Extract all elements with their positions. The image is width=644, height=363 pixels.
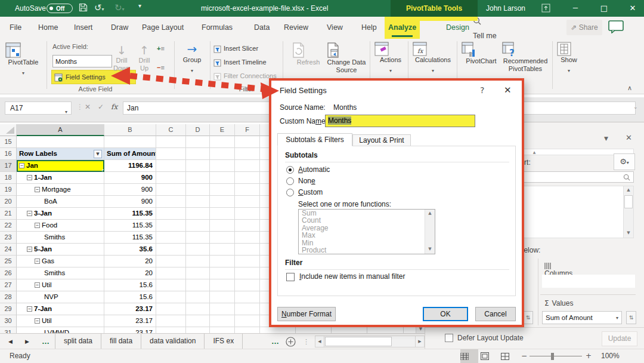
empty-cell[interactable] [210,291,235,303]
empty-cell[interactable] [186,148,210,160]
row-header-25[interactable]: 25 [0,256,17,267]
sheet-tabs[interactable]: split datafill datadata validationIFS ex [55,334,243,349]
pane-close-icon[interactable]: ✕ [626,133,632,142]
share-button[interactable]: ⇗ Share [566,20,602,35]
empty-cell[interactable] [210,184,235,196]
name-box[interactable]: A17▾ [5,101,72,115]
empty-cell[interactable] [156,256,186,267]
column-header-d[interactable]: D [186,124,210,136]
sheet-tab-split-data[interactable]: split data [55,334,101,349]
column-header-f[interactable]: F [235,124,260,136]
group-button[interactable]: → Group▾ [178,42,206,75]
cell-a31[interactable]: LVMWD [17,327,104,333]
cell-b24[interactable]: 35.6 [104,244,156,256]
more-sheets-right-icon[interactable]: … [271,334,279,349]
ribbon-tab-file[interactable]: File [6,17,25,39]
empty-cell[interactable] [186,136,210,148]
empty-cell[interactable] [186,267,210,279]
zoom-in-icon[interactable]: + [586,352,592,360]
collapse-outline-icon[interactable]: − [27,306,32,312]
functions-scrollbar[interactable]: ▲ ▼ [425,210,435,254]
comment-icon[interactable] [608,20,625,35]
fill-handle[interactable] [102,170,104,172]
empty-cell[interactable] [210,267,235,279]
row-header-26[interactable]: 26 [0,267,17,279]
scroll-down-icon[interactable]: ▼ [624,229,633,238]
pivotchart-button[interactable]: PivotChart [462,42,501,65]
row-header-18[interactable]: 18 [0,172,17,184]
cell-b28[interactable]: 15.6 [104,291,156,303]
cell-b17[interactable]: 1196.84 [104,160,156,172]
pivottable-button[interactable]: PivotTable▾ [5,42,42,77]
recommended-pivottables-button[interactable]: ? Recommended PivotTables [502,42,549,73]
autosave-toggle[interactable]: Off [47,4,73,13]
scroll-thumb[interactable] [624,195,633,208]
empty-cell[interactable] [296,327,332,333]
empty-cell[interactable] [235,315,260,327]
empty-cell[interactable] [156,172,186,184]
close-button[interactable]: ✕ [623,0,643,17]
cell-a21[interactable]: −3-Jan [17,208,104,220]
undo-icon[interactable]: ↺▾ [94,2,104,13]
fields-list-scrollbar[interactable]: ▲ ▼ [623,186,633,238]
empty-cell[interactable] [235,208,260,220]
customize-quick-access-icon[interactable]: ▾ [138,2,141,9]
values-field-chip[interactable]: Sum of Amount▾ [542,311,622,324]
row-header-16[interactable]: 16 [0,148,17,160]
empty-cell[interactable] [235,172,260,184]
cell-b20[interactable]: 900 [104,196,156,208]
radio-none[interactable] [286,177,294,185]
ok-button[interactable]: OK [423,307,468,321]
cell-b31[interactable]: 23.17 [104,327,156,333]
scroll-right-icon[interactable]: ▶ [415,336,424,347]
collapse-outline-icon[interactable]: − [19,163,24,168]
row-header-28[interactable]: 28 [0,291,17,303]
cell-a27[interactable]: −Util [17,279,104,291]
empty-cell[interactable] [235,327,260,333]
column-header-b[interactable]: B [104,124,156,136]
empty-cell[interactable] [156,184,186,196]
collapse-outline-icon[interactable]: − [35,187,40,192]
empty-cell[interactable] [156,303,186,315]
cell-a28[interactable]: NVP [17,291,104,303]
empty-cell[interactable] [156,220,186,232]
row-header-21[interactable]: 21 [0,208,17,220]
show-button[interactable]: Show▾ [557,42,581,75]
normal-view-icon[interactable] [460,349,478,363]
ribbon-tab-review[interactable]: Review [280,17,312,39]
cancel-entry-icon[interactable]: ✕ [85,103,91,111]
empty-cell[interactable] [235,303,260,315]
ribbon-tab-insert[interactable]: Insert [70,17,96,39]
empty-cell[interactable] [235,267,260,279]
cell-a15[interactable] [17,136,104,148]
empty-cell[interactable] [235,136,260,148]
change-data-source-button[interactable]: Change Data Source [326,42,367,74]
cell-b27[interactable]: 15.6 [104,279,156,291]
empty-cell[interactable] [210,136,235,148]
empty-cell[interactable] [210,196,235,208]
column-header-c[interactable]: C [156,124,186,136]
include-new-items-checkbox[interactable] [286,273,295,281]
expand-formula-bar-icon[interactable]: ⌄ [633,104,638,110]
ribbon-tab-data[interactable]: Data [250,17,273,39]
empty-cell[interactable] [210,148,235,160]
radio-custom[interactable] [286,189,294,196]
empty-cell[interactable] [260,327,296,333]
defer-layout-checkbox[interactable] [445,334,453,342]
function-option-product[interactable]: Product [299,247,435,254]
cell-b25[interactable]: 20 [104,256,156,267]
cell-b22[interactable]: 115.35 [104,220,156,232]
empty-cell[interactable] [235,196,260,208]
chevron-down-icon[interactable]: ▾ [616,312,618,324]
row-header-19[interactable]: 19 [0,184,17,196]
drill-down-button[interactable]: ↓ Drill Down [111,44,132,72]
functions-listbox[interactable]: SumCountAverageMaxMinProduct ▲ ▼ [298,209,435,254]
cell-a16[interactable]: Row Labels▼ [17,148,104,160]
empty-cell[interactable] [186,172,210,184]
empty-cell[interactable] [156,196,186,208]
empty-cell[interactable] [186,303,210,315]
scroll-down-icon[interactable]: ▼ [425,245,435,254]
empty-cell[interactable] [210,232,235,244]
empty-cell[interactable] [186,208,210,220]
maximize-button[interactable]: □ [594,0,614,17]
